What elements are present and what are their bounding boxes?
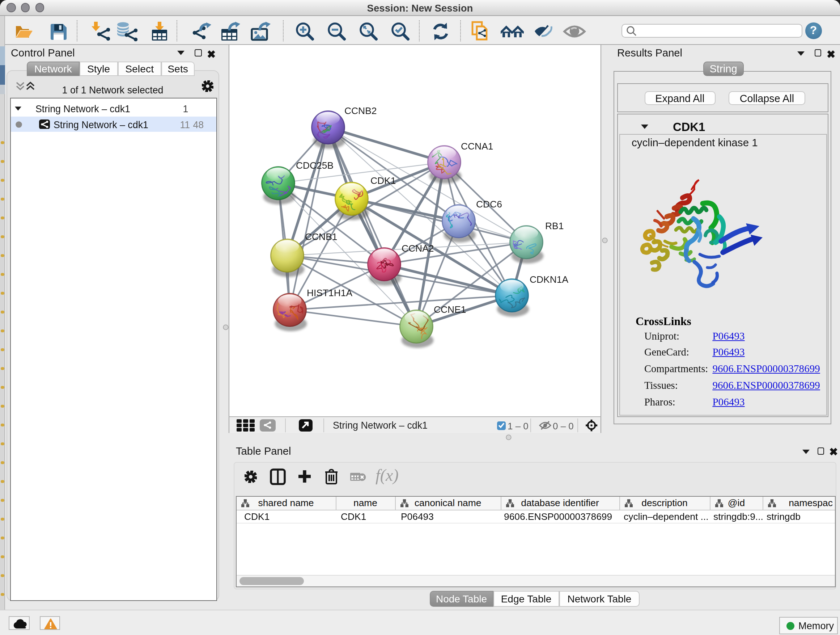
svg-text:HIST1H1A: HIST1H1A [306, 287, 352, 298]
svg-text:CCNE1: CCNE1 [433, 304, 466, 315]
svg-text:RB1: RB1 [545, 220, 563, 231]
svg-text:CDKN1A: CDKN1A [529, 274, 568, 285]
svg-text:CDK1: CDK1 [370, 175, 395, 186]
svg-text:CCNB1: CCNB1 [305, 231, 337, 242]
svg-text:CCNA2: CCNA2 [401, 242, 433, 253]
svg-text:CDC25B: CDC25B [295, 160, 333, 171]
svg-text:CCNA1: CCNA1 [461, 141, 493, 151]
svg-text:CDC6: CDC6 [476, 198, 502, 209]
svg-text:CCNB2: CCNB2 [344, 105, 376, 116]
